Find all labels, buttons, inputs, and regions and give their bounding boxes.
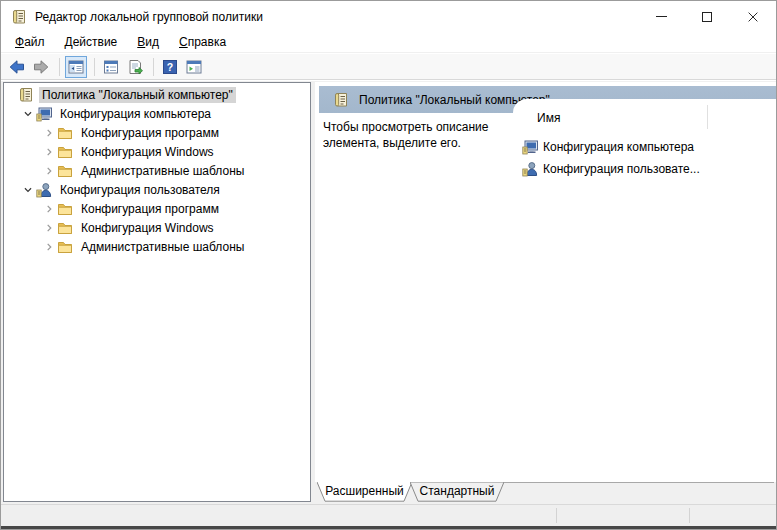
gpo-scroll-icon (11, 9, 27, 25)
title-bar: Редактор локальной групповой политики (1, 1, 776, 32)
toolbar-separator (153, 58, 154, 76)
tab-label: Расширенный (317, 482, 412, 501)
tree-item-label: Конфигурация программ (78, 201, 222, 217)
toolbar-separator (94, 58, 95, 76)
properties-icon (103, 59, 119, 75)
menu-help[interactable]: Справка (169, 33, 236, 51)
column-header-name[interactable]: Имя (537, 111, 560, 125)
view-tab-strip: Расширенный Стандартный (315, 482, 774, 502)
tree-item-label: Конфигурация Windows (78, 220, 217, 236)
maximize-button[interactable] (684, 1, 730, 32)
help-button[interactable]: ? (159, 56, 181, 78)
folder-icon (57, 144, 73, 160)
toolbar-separator (59, 58, 60, 76)
show-console-tree-button[interactable] (65, 56, 87, 78)
help-icon: ? (162, 59, 178, 75)
tree-item-user-configuration[interactable]: Конфигурация пользователя (4, 180, 310, 199)
tree-item-software-settings-computer[interactable]: Конфигурация программ (4, 123, 310, 142)
minimize-button[interactable] (638, 1, 684, 32)
tree-item-label: Конфигурация Windows (78, 144, 217, 160)
status-bar-separator (556, 508, 557, 523)
items-list-view: Имя Конфигурация компьютера Конфигурация… (513, 99, 776, 482)
user-config-icon (522, 161, 538, 177)
tab-extended[interactable]: Расширенный (317, 482, 412, 502)
tree-item-admin-templates-computer[interactable]: Административные шаблоны (4, 161, 310, 180)
tab-label: Стандартный (410, 482, 504, 501)
action-pane-icon (186, 59, 202, 75)
chevron-down-icon[interactable] (20, 106, 36, 122)
chevron-right-icon[interactable] (41, 239, 57, 255)
menu-label-part: айл (24, 35, 44, 49)
content-area: Политика "Локальный компьютер" Конфигура… (1, 81, 776, 529)
selection-description-text: Чтобы просмотреть описание элемента, выд… (323, 119, 498, 151)
console-tree-icon (68, 59, 84, 75)
menu-label-part: правка (188, 35, 226, 49)
computer-config-icon (522, 139, 538, 155)
gpo-scroll-icon (333, 92, 349, 108)
menu-bar: Файл Действие Вид Справка (1, 32, 776, 53)
tab-standard[interactable]: Стандартный (410, 482, 504, 502)
show-action-pane-button[interactable] (183, 56, 205, 78)
chevron-right-icon[interactable] (41, 201, 57, 217)
tree-item-admin-templates-user[interactable]: Административные шаблоны (4, 237, 310, 256)
user-config-icon (36, 182, 52, 198)
tree-item-label: Административные шаблоны (78, 239, 247, 255)
gpo-scroll-icon (18, 87, 34, 103)
window-bottom-edge (1, 526, 776, 530)
list-item-label: Конфигурация пользовате... (543, 162, 700, 176)
menu-label-part: Д (65, 35, 73, 49)
window-controls (638, 1, 776, 32)
minimize-icon (656, 16, 667, 17)
list-item-label: Конфигурация компьютера (543, 140, 694, 154)
tree-item-software-settings-user[interactable]: Конфигурация программ (4, 199, 310, 218)
status-bar-separator (689, 508, 690, 523)
chevron-right-icon[interactable] (41, 125, 57, 141)
export-list-button[interactable] (124, 56, 146, 78)
tree-item-windows-settings-computer[interactable]: Конфигурация Windows (4, 142, 310, 161)
menu-label-part: Ф (15, 35, 24, 49)
status-bar (1, 504, 776, 526)
folder-icon (57, 163, 73, 179)
console-tree-panel: Политика "Локальный компьютер" Конфигура… (3, 82, 311, 502)
computer-config-icon (36, 106, 52, 122)
list-item-user-configuration[interactable]: Конфигурация пользовате... (522, 159, 700, 179)
close-button[interactable] (730, 1, 776, 32)
tree-item-computer-configuration[interactable]: Конфигурация компьютера (4, 104, 310, 123)
export-list-icon (127, 59, 143, 75)
taskpad-panel: Политика "Локальный компьютер" Чтобы про… (315, 82, 776, 482)
tree-item-label: Конфигурация программ (78, 125, 222, 141)
tree-item-label: Политика "Локальный компьютер" (39, 87, 236, 103)
svg-text:?: ? (167, 61, 173, 73)
tree-item-local-policy-root[interactable]: Политика "Локальный компьютер" (4, 85, 310, 104)
tree-item-label: Административные шаблоны (78, 163, 247, 179)
toolbar: ? (1, 54, 776, 80)
folder-icon (57, 220, 73, 236)
close-icon (746, 10, 760, 24)
back-button[interactable] (6, 56, 28, 78)
folder-icon (57, 125, 73, 141)
app-window: Редактор локальной групповой политики Фа… (0, 0, 777, 530)
tree-item-label: Конфигурация компьютера (57, 106, 214, 122)
menu-label-part: ействие (73, 35, 118, 49)
column-separator[interactable] (707, 105, 708, 129)
window-title: Редактор локальной групповой политики (35, 10, 263, 24)
chevron-right-icon[interactable] (41, 220, 57, 236)
chevron-right-icon[interactable] (41, 163, 57, 179)
tree-item-label: Конфигурация пользователя (57, 182, 223, 198)
chevron-right-icon[interactable] (41, 144, 57, 160)
properties-button[interactable] (100, 56, 122, 78)
menu-label-part: ид (145, 35, 159, 49)
arrow-left-icon (9, 59, 25, 75)
menu-file[interactable]: Файл (5, 33, 55, 51)
forward-button[interactable] (30, 56, 52, 78)
menu-label-part: С (179, 35, 188, 49)
folder-icon (57, 239, 73, 255)
list-item-computer-configuration[interactable]: Конфигурация компьютера (522, 137, 694, 157)
folder-icon (57, 201, 73, 217)
maximize-icon (702, 12, 712, 22)
arrow-right-icon (33, 59, 49, 75)
tree-item-windows-settings-user[interactable]: Конфигурация Windows (4, 218, 310, 237)
menu-view[interactable]: Вид (127, 33, 169, 51)
chevron-down-icon[interactable] (20, 182, 36, 198)
menu-action[interactable]: Действие (55, 33, 128, 51)
